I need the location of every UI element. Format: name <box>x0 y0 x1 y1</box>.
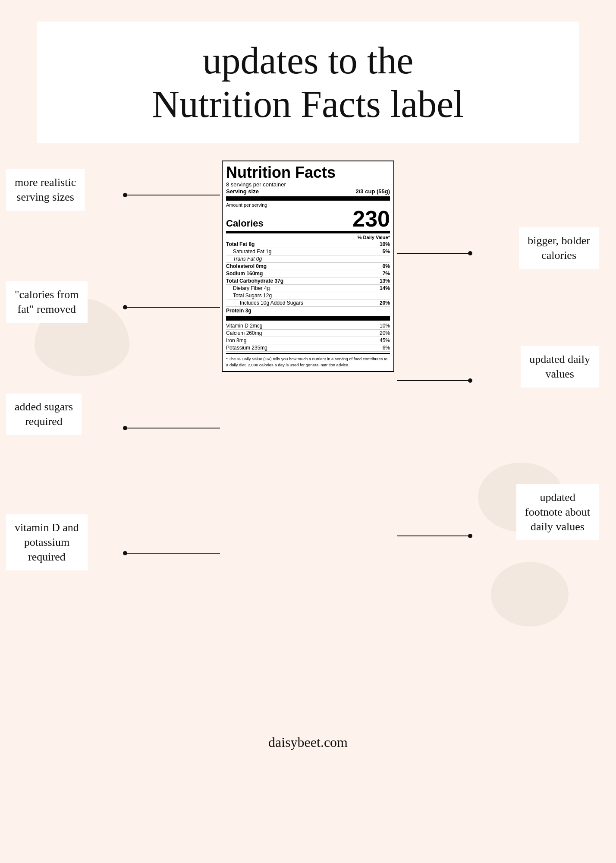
annotation-serving-sizes: more realisticserving sizes <box>6 169 85 211</box>
nf-calories-label: Calories <box>226 218 264 229</box>
nf-row-sodium: Sodium 160mg 7% <box>226 270 390 277</box>
nf-thick-bar-top <box>226 196 390 201</box>
annotation-added-sugars: added sugarsrequired <box>6 394 82 435</box>
nf-row-dietary-fiber: Dietary Fiber 4g 14% <box>226 285 390 292</box>
nf-servings: 8 servings per container <box>226 181 390 188</box>
nf-row-cholesterol: Cholesterol 0mg 0% <box>226 263 390 270</box>
svg-point-3 <box>123 305 127 309</box>
nutrition-label: Nutrition Facts 8 servings per container… <box>222 161 394 372</box>
svg-point-5 <box>123 426 127 430</box>
nf-serving-size-label: Serving size <box>226 188 259 195</box>
svg-point-11 <box>468 378 472 383</box>
nf-vitamin-d: Vitamin D 2mcg 10% <box>226 322 390 330</box>
title-section: updates to the Nutrition Facts label <box>37 22 579 143</box>
decorative-blob-3 <box>491 562 569 627</box>
nf-row-total-fat: Total Fat 8g 10% <box>226 241 390 248</box>
nf-daily-value-header: % Daily Value* <box>226 235 390 240</box>
nf-row-total-sugars: Total Sugars 12g <box>226 292 390 299</box>
page-wrapper: updates to the Nutrition Facts label mor… <box>0 0 616 863</box>
annotation-bigger-calories: bigger, boldercalories <box>519 227 599 269</box>
nf-serving-size-value: 2/3 cup (55g) <box>356 188 390 195</box>
nf-serving-size-row: Serving size 2/3 cup (55g) <box>226 188 390 195</box>
nf-row-protein: Protein 3g <box>226 307 390 315</box>
svg-point-9 <box>468 251 472 255</box>
nutrition-label-container: Nutrition Facts 8 servings per container… <box>222 161 394 372</box>
footer: daisybeet.com <box>0 721 616 768</box>
annotation-calories-fat: "calories fromfat" removed <box>6 281 88 323</box>
nf-footnote: * The % Daily Value (DV) tells you how m… <box>226 356 390 368</box>
nf-row-added-sugars: Includes 10g Added Sugars 20% <box>226 299 390 307</box>
nf-potassium: Potassium 235mg 6% <box>226 344 390 352</box>
nf-calories-value: 230 <box>352 208 390 230</box>
nf-calcium: Calcium 260mg 20% <box>226 330 390 337</box>
annotation-footnote: updatedfootnote aboutdaily values <box>516 484 599 540</box>
svg-point-7 <box>123 551 127 555</box>
nf-bottom-bar <box>226 353 390 354</box>
nf-vitamins-section: Vitamin D 2mcg 10% Calcium 260mg 20% Iro… <box>226 322 390 352</box>
nf-title: Nutrition Facts <box>226 165 390 180</box>
nf-iron: Iron 8mg 45% <box>226 337 390 344</box>
main-title: updates to the Nutrition Facts label <box>63 39 553 126</box>
svg-point-1 <box>123 193 127 197</box>
annotation-vitamin-d: vitamin D andpotassiumrequired <box>6 514 88 570</box>
nf-row-total-carb: Total Carbohydrate 37g 13% <box>226 277 390 285</box>
nf-row-trans-fat: Trans Fat 0g <box>226 255 390 263</box>
svg-point-13 <box>468 534 472 538</box>
nf-medium-bar <box>226 231 390 233</box>
layout-wrapper: more realisticserving sizes "calories fr… <box>0 161 616 721</box>
annotation-daily-values: updated dailyvalues <box>521 346 599 387</box>
nf-calories-row: Calories 230 <box>226 208 390 230</box>
nf-row-sat-fat: Saturated Fat 1g 5% <box>226 248 390 255</box>
nf-thick-bar-bottom <box>226 316 390 321</box>
footer-text: daisybeet.com <box>268 734 348 750</box>
